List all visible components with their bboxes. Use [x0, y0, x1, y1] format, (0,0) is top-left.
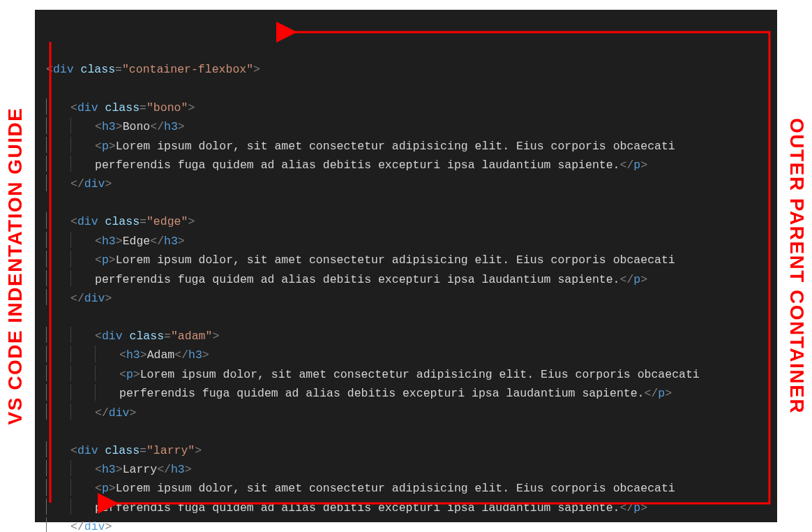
heading-text: Bono [123, 120, 151, 133]
block-class-value: "edge" [146, 215, 188, 228]
lorem-part1: Lorem ipsum dolor, sit amet consectetur … [140, 367, 700, 380]
code-editor: <div class="container-flexbox"><div clas… [35, 10, 777, 522]
right-annotation-label: OUTER PARENT CONTAINER [785, 118, 808, 414]
block-class-value: "bono" [146, 101, 188, 114]
lorem-part1: Lorem ipsum dolor, sit amet consectetur … [116, 482, 675, 495]
code-line-p-open: <p>Lorem ipsum dolor, sit amet consectet… [46, 251, 763, 269]
code-line-h3: <h3>Adam</h3> [46, 346, 763, 364]
code-line-p-wrap: perferendis fuga quidem ad alias debitis… [46, 384, 763, 403]
lorem-part1: Lorem ipsum dolor, sit amet consectetur … [116, 253, 675, 267]
code-line-close-block: </div> [46, 289, 763, 308]
heading-text: Larry [123, 463, 158, 476]
code-line-p-open: <p>Lorem ipsum dolor, sit amet consectet… [46, 137, 763, 156]
code-line-open-block: <div class="bono"> [46, 98, 763, 117]
code-line-open-block: <div class="edge"> [46, 212, 763, 231]
code-line-p-wrap: perferendis fuga quidem ad alias debitis… [46, 498, 763, 517]
code-body: <div class="container-flexbox"><div clas… [46, 61, 763, 532]
code-line-p-open: <p>Lorem ipsum dolor, sit amet consectet… [46, 479, 763, 498]
code-line-close-block: </div> [46, 517, 763, 532]
code-line-p-wrap: perferendis fuga quidem ad alias debitis… [46, 156, 763, 175]
code-line-h3: <h3>Edge</h3> [46, 232, 763, 251]
lorem-part2: perferendis fuga quidem ad alias debitis… [119, 387, 645, 400]
block-class-value: "adam" [171, 330, 212, 343]
code-line-h3: <h3>Bono</h3> [46, 117, 763, 136]
code-line-open-container: <div class="container-flexbox"> [46, 61, 763, 80]
figure-root: VS CODE INDENTATION GUIDE OUTER PARENT C… [0, 0, 812, 532]
code-line-h3: <h3>Larry</h3> [46, 460, 763, 479]
code-line-open-block: <div class="larry"> [46, 441, 763, 460]
lorem-part2: perferendis fuga quidem ad alias debitis… [95, 158, 620, 172]
heading-text: Edge [123, 235, 151, 248]
code-line-p-wrap: perferendis fuga quidem ad alias debitis… [46, 270, 763, 289]
lorem-part2: perferendis fuga quidem ad alias debitis… [95, 272, 620, 286]
lorem-part1: Lorem ipsum dolor, sit amet consectetur … [116, 139, 675, 152]
code-line-close-block: </div> [46, 175, 763, 193]
tag-div: div [53, 63, 74, 76]
attr-class: class [81, 63, 116, 76]
heading-text: Adam [147, 348, 175, 362]
block-class-value: "larry" [146, 443, 195, 457]
container-class-value: "container-flexbox" [122, 63, 253, 76]
left-annotation-label: VS CODE INDENTATION GUIDE [4, 108, 27, 425]
code-line-p-open: <p>Lorem ipsum dolor, sit amet consectet… [46, 365, 763, 384]
lorem-part2: perferendis fuga quidem ad alias debitis… [95, 501, 620, 514]
code-line-open-block: <div class="adam"> [46, 327, 763, 346]
code-line-close-block: </div> [46, 404, 763, 422]
